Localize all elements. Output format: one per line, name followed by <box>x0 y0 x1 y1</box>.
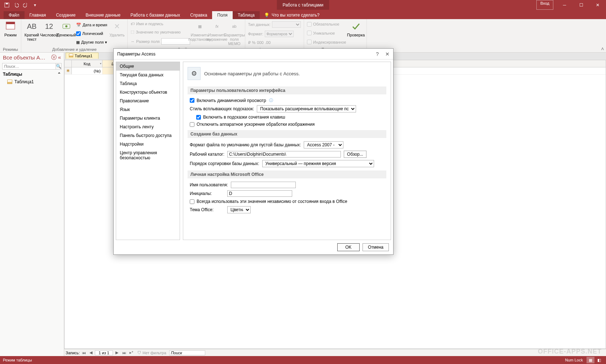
initials-input[interactable] <box>227 190 292 197</box>
record-number-box[interactable]: 1 из 1 <box>95 350 113 355</box>
tab-home[interactable]: Главная <box>25 11 51 19</box>
dialog-close-button[interactable]: ✕ <box>385 51 390 57</box>
dialog-help-button[interactable]: ? <box>376 51 379 57</box>
info-icon[interactable]: ⓘ <box>269 98 273 103</box>
tab-help[interactable]: Справка <box>185 11 212 19</box>
column-header-id[interactable]: Код▾ <box>72 60 102 67</box>
first-record-button[interactable]: ⏮ <box>80 351 87 355</box>
format-label: Формат: <box>248 32 263 36</box>
tell-me-label: Что вы хотите сделать? <box>272 13 320 18</box>
minimize-icon[interactable]: ─ <box>556 0 573 10</box>
tag-icon: 🏷 <box>131 22 135 26</box>
tab-fields[interactable]: Поля <box>212 11 233 19</box>
name-caption-button: 🏷Имя и подпись <box>130 21 190 26</box>
other-fields-button[interactable]: ▦Другие поля ▾ <box>75 40 108 45</box>
datetime-button[interactable]: 📅Дата и время <box>75 22 108 28</box>
tab-database-tools[interactable]: Работа с базами данных <box>126 11 185 19</box>
nav-search: 🔍 <box>2 63 62 70</box>
ribbon: Режим Режимы ABКраткий текст 12Числовой … <box>0 19 606 53</box>
number-button[interactable]: 12Числовой <box>41 20 57 46</box>
live-preview-checkbox[interactable]: Включить динамический просмотр <box>190 98 266 103</box>
short-text-button[interactable]: ABКраткий текст <box>23 20 40 46</box>
close-icon[interactable]: ✕ <box>589 0 606 10</box>
tab-file[interactable]: Файл <box>4 11 25 19</box>
datasheet-search-box[interactable]: Поиск <box>169 350 205 355</box>
dialog-nav-ribbon[interactable]: Настроить ленту <box>116 123 180 131</box>
tooltip-style-select[interactable]: Показывать расширенные всплывающие подск… <box>257 105 356 112</box>
context-tab-title: Работа с таблицами <box>277 0 329 10</box>
work-dir-input[interactable] <box>227 151 341 157</box>
prev-record-button[interactable]: ◀ <box>88 350 94 355</box>
nav-search-input[interactable] <box>2 63 56 70</box>
dialog-title: Параметры Access <box>117 52 155 57</box>
ribbon-group-views: Режим Режимы <box>0 19 21 52</box>
dialog-nav-current-db[interactable]: Текущая база данных <box>116 71 180 79</box>
dialog-nav-qat[interactable]: Панель быстрого доступа <box>116 131 180 140</box>
short-text-label: Краткий текст <box>23 33 40 41</box>
next-record-button[interactable]: ▶ <box>114 350 120 355</box>
datatype-row: Тип данных: <box>247 21 302 28</box>
datasheet-view-button[interactable]: ▦ <box>587 357 594 363</box>
ok-button[interactable]: OK <box>337 243 360 251</box>
dialog-nav-client[interactable]: Параметры клиента <box>116 114 180 123</box>
tab-table[interactable]: Таблица <box>233 11 260 19</box>
dialog-nav-designers[interactable]: Конструкторы объектов <box>116 88 180 97</box>
number-label: Числовой <box>40 33 58 37</box>
select-all-cell[interactable] <box>65 60 72 67</box>
tab-external-data[interactable]: Внешние данные <box>80 11 126 19</box>
browse-button[interactable]: Обзор... <box>344 151 366 158</box>
login-button[interactable]: Вход <box>536 0 553 10</box>
other-fields-label: Другие поля <box>81 40 104 44</box>
validation-button[interactable]: Проверка <box>348 20 364 46</box>
format-row: Формат:Форматировани <box>247 30 302 37</box>
dialog-nav-general[interactable]: Общие <box>116 62 180 71</box>
nav-item-table1[interactable]: Таблица1 <box>0 78 64 85</box>
svg-rect-1 <box>6 3 8 4</box>
dialog-content: ⚙ Основные параметры для работы с Access… <box>183 62 391 240</box>
cancel-button[interactable]: Отмена <box>363 243 389 251</box>
save-icon[interactable] <box>3 1 11 9</box>
title-bar: ▾ Работа с таблицами Вход ─ ☐ ✕ <box>0 0 606 10</box>
logical-button[interactable]: Логический <box>75 31 108 36</box>
nav-collapse-icon[interactable]: « <box>58 54 61 61</box>
ruler-icon: ↔ <box>131 39 135 44</box>
shortcuts-in-tooltips-checkbox[interactable]: Включить в подсказки сочетания клавиш <box>196 115 285 120</box>
filter-indicator[interactable]: ⛉ Нет фильтра <box>135 351 168 355</box>
nav-item-label: Таблица1 <box>14 79 34 84</box>
always-use-checkbox[interactable]: Всегда использовать эти значения независ… <box>190 199 347 204</box>
nav-header[interactable]: Все объекты A… ⓥ« <box>0 53 64 62</box>
search-icon[interactable]: 🔍 <box>56 63 62 70</box>
dialog-nav-datasheet[interactable]: Таблица <box>116 79 180 88</box>
dialog-nav-proofing[interactable]: Правописание <box>116 97 180 105</box>
id-cell[interactable]: (№) <box>72 67 102 74</box>
tell-me-search[interactable]: 💡Что вы хотите сделать? <box>260 11 324 19</box>
nav-dropdown-icon[interactable]: ⓥ <box>51 54 57 61</box>
qat-customize-icon[interactable]: ▾ <box>31 1 39 9</box>
default-format-select[interactable]: Access 2007 - 2016 <box>304 141 343 148</box>
nav-section-tables[interactable]: Таблицы⌃ <box>0 70 64 78</box>
dialog-nav-trust[interactable]: Центр управления безопасностью <box>116 148 180 162</box>
dialog-nav-language[interactable]: Язык <box>116 105 180 114</box>
design-view-button[interactable]: ◧ <box>595 357 603 363</box>
username-input[interactable] <box>231 182 296 188</box>
svg-point-5 <box>65 25 67 27</box>
indexed-checkbox: Индексированное <box>306 39 347 45</box>
ribbon-group-add-delete: ABКраткий текст 12Числовой Денежный 📅Дат… <box>21 19 128 52</box>
view-button[interactable]: Режим <box>2 20 19 46</box>
disable-hw-accel-checkbox[interactable]: Отключить аппаратное ускорение обработки… <box>190 122 315 127</box>
currency-button[interactable]: Денежный <box>58 20 75 46</box>
chevron-down-icon[interactable]: ▾ <box>100 62 101 65</box>
object-tab-table1[interactable]: Таблица1 <box>66 53 98 59</box>
new-record-button[interactable]: ▸* <box>128 350 135 355</box>
redo-icon[interactable] <box>22 1 30 9</box>
collapse-ribbon-icon[interactable]: ᐱ <box>601 47 604 51</box>
maximize-icon[interactable]: ☐ <box>573 0 589 10</box>
sort-order-select[interactable]: Универсальный — прежняя версия <box>262 160 374 167</box>
undo-icon[interactable] <box>12 1 20 9</box>
last-record-button[interactable]: ⏭ <box>121 351 127 355</box>
tab-create[interactable]: Создание <box>51 11 80 19</box>
theme-select[interactable]: Цветная <box>227 206 251 213</box>
dialog-nav-addins[interactable]: Надстройки <box>116 140 180 148</box>
lookup-icon: ▦ <box>194 21 206 32</box>
section-ui-options: Параметры пользовательского интерфейса <box>188 86 386 94</box>
